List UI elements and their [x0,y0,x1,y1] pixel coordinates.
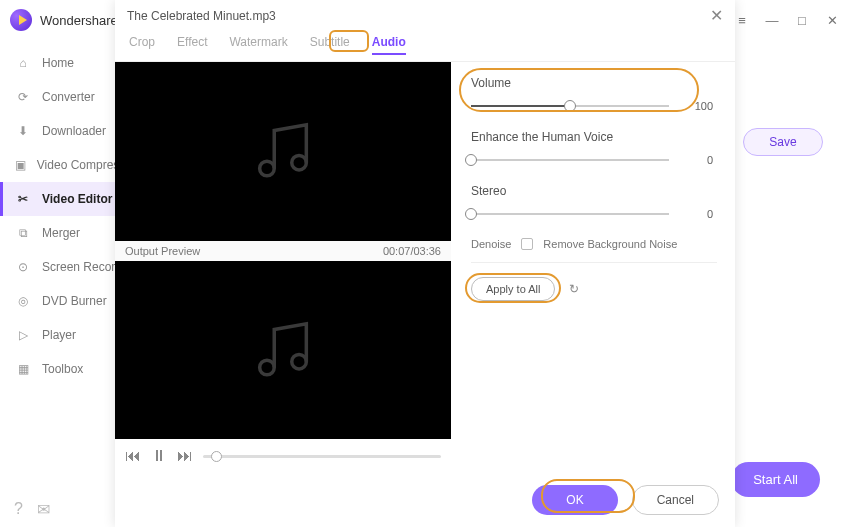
stereo-value[interactable]: 0 [681,206,717,222]
prev-frame-icon[interactable]: ⏮ [125,447,141,465]
play-icon: ▷ [14,326,32,344]
music-note-icon [248,116,318,186]
tab-effect[interactable]: Effect [177,35,207,55]
grid-icon: ▦ [14,360,32,378]
record-icon: ⊙ [14,258,32,276]
start-all-button[interactable]: Start All [731,462,820,497]
modal-tabs: Crop Effect Watermark Subtitle Audio [115,25,735,62]
window-minimize-icon[interactable]: — [764,13,780,28]
apply-to-all-button[interactable]: Apply to All [471,277,555,301]
denoise-option-label: Remove Background Noise [543,238,677,250]
sidebar-item-label: Player [42,328,76,342]
sidebar-item-label: Merger [42,226,80,240]
app-logo-icon [10,9,32,31]
save-button[interactable]: Save [743,128,823,156]
svg-point-3 [292,354,307,369]
editor-modal: The Celebrated Minuet.mp3 ✕ Crop Effect … [115,0,735,527]
volume-label: Volume [471,76,717,90]
enhance-label: Enhance the Human Voice [471,130,717,144]
sidebar-item-label: Downloader [42,124,106,138]
hamburger-icon[interactable]: ≡ [734,13,750,28]
reset-icon[interactable]: ↻ [569,282,579,296]
svg-point-1 [292,156,307,171]
feedback-icon[interactable]: ✉ [37,500,50,519]
playback-bar: ⏮ ⏸ ⏭ [115,439,451,473]
sidebar-item-label: Toolbox [42,362,83,376]
tab-crop[interactable]: Crop [129,35,155,55]
tab-subtitle[interactable]: Subtitle [310,35,350,55]
music-note-icon [248,315,318,385]
scissors-icon: ✂ [14,190,32,208]
tab-audio[interactable]: Audio [372,35,406,55]
output-preview [115,261,451,440]
download-icon: ⬇ [14,122,32,140]
sidebar-item-label: DVD Burner [42,294,107,308]
home-icon: ⌂ [14,54,32,72]
volume-slider[interactable] [471,105,669,107]
next-frame-icon[interactable]: ⏭ [177,447,193,465]
audio-settings: Volume 100 Enhance the Human Voice 0 Ste… [451,62,735,473]
merge-icon: ⧉ [14,224,32,242]
disc-icon: ◎ [14,292,32,310]
output-preview-label: Output Preview [125,245,200,257]
window-close-icon[interactable]: ✕ [824,13,840,28]
preview-column: Output Preview 00:07/03:36 ⏮ ⏸ ⏭ [115,62,451,473]
denoise-label: Denoise [471,238,511,250]
sidebar-item-label: Video Editor [42,192,112,206]
window-maximize-icon[interactable]: □ [794,13,810,28]
volume-value[interactable]: 100 [681,98,717,114]
svg-point-0 [260,161,275,176]
cancel-button[interactable]: Cancel [632,485,719,515]
preview-time: 00:07/03:36 [383,245,441,257]
modal-footer: OK Cancel [115,473,735,527]
svg-point-2 [260,360,275,375]
compress-icon: ▣ [14,156,27,174]
source-preview [115,62,451,241]
seek-slider[interactable] [203,455,441,458]
ok-button[interactable]: OK [532,485,617,515]
pause-icon[interactable]: ⏸ [151,447,167,465]
enhance-slider[interactable] [471,159,669,161]
stereo-slider[interactable] [471,213,669,215]
modal-filename: The Celebrated Minuet.mp3 [127,9,276,23]
sidebar-item-label: Home [42,56,74,70]
help-icon[interactable]: ? [14,500,23,519]
modal-close-icon[interactable]: ✕ [710,6,723,25]
stereo-label: Stereo [471,184,717,198]
sidebar-item-label: Converter [42,90,95,104]
tab-watermark[interactable]: Watermark [229,35,287,55]
enhance-value[interactable]: 0 [681,152,717,168]
denoise-checkbox[interactable] [521,238,533,250]
converter-icon: ⟳ [14,88,32,106]
